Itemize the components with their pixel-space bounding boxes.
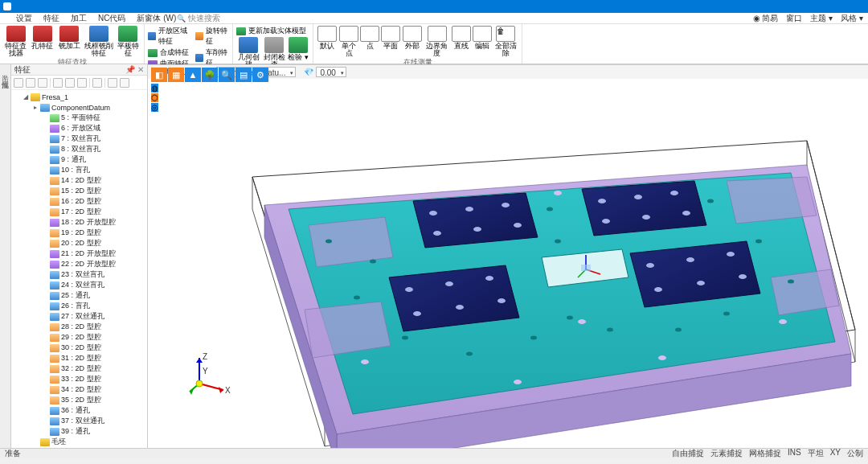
menu-machining[interactable]: 加工 xyxy=(71,13,87,24)
tree-item[interactable]: 33 : 2D 型腔 xyxy=(11,374,147,384)
menu-simple[interactable]: ◉ 简易 xyxy=(753,13,779,24)
tool-icon[interactable] xyxy=(120,78,129,88)
tree-stock[interactable]: 毛坯 xyxy=(11,437,147,447)
tree-root[interactable]: ◢Fresa_1 xyxy=(11,92,147,102)
single-point-button[interactable]: 单个点 xyxy=(339,26,360,57)
clear-all-button[interactable]: 🗑全部清除 xyxy=(493,26,518,57)
snap-grid[interactable]: 网格捕捉 xyxy=(749,448,781,459)
tree-item[interactable]: 28 : 2D 型腔 xyxy=(11,322,147,332)
open-region-button[interactable]: 开放区域特征 xyxy=(148,26,194,47)
svg-point-23 xyxy=(598,199,606,203)
tree-item[interactable]: 19 : 2D 型腔 xyxy=(11,228,147,238)
update-solid-button[interactable]: 更新加载实体模型 xyxy=(236,26,309,36)
hole-feature-button[interactable]: 孔特征 xyxy=(30,26,55,57)
svg-point-19 xyxy=(502,203,510,207)
tree-item[interactable]: 31 : 2D 型腔 xyxy=(11,353,147,363)
tree-item[interactable]: 9 : 通孔 xyxy=(11,154,147,165)
view-icon[interactable]: ◧ xyxy=(151,68,167,82)
svg-point-35 xyxy=(646,263,654,268)
tree-item[interactable]: 23 : 双丝盲孔 xyxy=(11,269,147,280)
tree-item[interactable]: 14 : 2D 型腔 xyxy=(11,175,147,186)
tree-item[interactable]: 6 : 开放区域 xyxy=(11,123,147,133)
tree-item[interactable]: 16 : 2D 型腔 xyxy=(11,196,147,207)
quick-search[interactable]: 快速搜索 xyxy=(177,13,220,24)
tree-item[interactable]: 30 : 2D 型腔 xyxy=(11,343,147,353)
default-button[interactable]: 默认 xyxy=(317,26,338,57)
menu-window[interactable]: 窗口 xyxy=(786,13,802,24)
tree-item[interactable]: 20 : 2D 型腔 xyxy=(11,238,147,248)
tree-item[interactable]: 18 : 2D 开放型腔 xyxy=(11,217,147,228)
svg-point-22 xyxy=(514,223,522,228)
tree-item[interactable]: 15 : 2D 型腔 xyxy=(11,186,147,196)
view-icon[interactable]: 🌳 xyxy=(202,68,218,82)
tree-item[interactable]: 22 : 2D 开放型腔 xyxy=(11,259,147,269)
view-icon[interactable]: 🔍 xyxy=(219,68,235,82)
tree-item[interactable]: 29 : 2D 型腔 xyxy=(11,332,147,343)
tree-item[interactable]: 35 : 2D 型腔 xyxy=(11,395,147,405)
feature-finder-button[interactable]: 特征查找器 xyxy=(3,26,28,57)
tree-item[interactable]: 21 : 2D 开放型腔 xyxy=(11,248,147,259)
svg-marker-67 xyxy=(219,387,223,393)
tree-item[interactable]: 34 : 2D 型腔 xyxy=(11,384,147,395)
milling-button[interactable]: 铣加工 xyxy=(56,26,81,57)
tree-item[interactable]: 26 : 盲孔 xyxy=(11,301,147,311)
line-button[interactable]: 直线 xyxy=(452,26,471,57)
menu-settings[interactable]: 设置 xyxy=(16,13,32,24)
tool-icon[interactable] xyxy=(53,78,63,88)
tree-item[interactable]: 7 : 双丝盲孔 xyxy=(11,133,147,144)
tree-item[interactable]: 10 : 盲孔 xyxy=(11,165,147,175)
wireframe-button[interactable]: 线框铣削特征 xyxy=(84,26,114,57)
slab-button[interactable]: 平板特征 xyxy=(116,26,141,57)
tool-icon[interactable] xyxy=(77,78,87,88)
svg-point-47 xyxy=(567,316,573,320)
view-icon[interactable]: ▲ xyxy=(185,68,201,82)
tree-item[interactable]: 24 : 双丝盲孔 xyxy=(11,280,147,290)
menu-style[interactable]: 风格 ▾ xyxy=(841,13,863,24)
menu-feature[interactable]: 特征 xyxy=(43,13,59,24)
compose-button[interactable]: 合成特征 xyxy=(148,47,194,58)
tool-icon[interactable] xyxy=(65,78,75,88)
snap-free[interactable]: 自由捕捉 xyxy=(672,448,704,459)
plane-button[interactable]: 平面 xyxy=(380,26,401,57)
svg-point-44 xyxy=(402,336,408,340)
tool-icon[interactable] xyxy=(38,78,47,88)
tree-item[interactable]: 37 : 双丝通孔 xyxy=(11,416,147,426)
rotate-button[interactable]: 旋转特征 xyxy=(195,26,229,47)
outer-button[interactable]: 外部 xyxy=(403,26,424,57)
tool-icon[interactable] xyxy=(26,78,35,88)
status-value-dropdown[interactable]: 0.00 xyxy=(316,67,346,77)
pin-icon[interactable]: 📌 ✕ xyxy=(125,65,144,74)
tree-item[interactable]: 17 : 2D 型腔 xyxy=(11,207,147,217)
view-icon[interactable]: ⚙ xyxy=(252,68,268,82)
tree-item[interactable]: 25 : 通孔 xyxy=(11,290,147,301)
tool-icon[interactable] xyxy=(108,78,117,88)
point-button[interactable]: 点 xyxy=(361,26,379,57)
tree-item[interactable]: 8 : 双丝盲孔 xyxy=(11,144,147,154)
tree-component[interactable]: ▸ComponentDatum xyxy=(11,102,147,113)
axis-triad: X Y Z xyxy=(183,351,231,401)
viewport[interactable]: ◧ ▦ ▲ 🌳 🔍 ▤ ⚙ ◍ ⬡ ◎ xyxy=(148,64,868,448)
menu-nc[interactable]: NC代码 xyxy=(98,13,125,24)
tool-icon[interactable] xyxy=(14,78,23,88)
tree-item[interactable]: 39 : 通孔 xyxy=(11,426,147,437)
svg-point-17 xyxy=(429,211,437,216)
edit-button[interactable]: 编辑 xyxy=(473,26,492,57)
snap-element[interactable]: 元素捕捉 xyxy=(710,448,743,459)
menu-newform[interactable]: 新窗体 (W) xyxy=(137,13,176,24)
view-icon[interactable]: ▤ xyxy=(235,68,252,82)
view-icon[interactable]: ▦ xyxy=(168,68,184,82)
view-icon[interactable]: ◍ xyxy=(151,84,158,92)
ribbon: 特征查找器 孔特征 铣加工 线框铣削特征 平板特征 特征查找 开放区域特征 合成… xyxy=(0,24,868,64)
model-view[interactable] xyxy=(148,64,868,448)
feature-tree[interactable]: ◢Fresa_1▸ComponentDatum5 : 平面特征6 : 开放区域7… xyxy=(11,90,147,448)
edge-angle-button[interactable]: 边界角度 xyxy=(424,26,449,57)
tree-item[interactable]: 32 : 2D 型腔 xyxy=(11,363,147,374)
svg-point-56 xyxy=(554,191,562,195)
menu-theme[interactable]: 主题 ▾ xyxy=(810,13,833,24)
view-icon[interactable]: ◎ xyxy=(151,103,158,112)
tool-icon[interactable] xyxy=(92,78,102,88)
tree-item[interactable]: 36 : 通孔 xyxy=(11,405,147,416)
view-icon[interactable]: ⬡ xyxy=(151,93,158,102)
tree-item[interactable]: 5 : 平面特征 xyxy=(11,113,147,123)
tree-item[interactable]: 27 : 双丝通孔 xyxy=(11,311,147,322)
